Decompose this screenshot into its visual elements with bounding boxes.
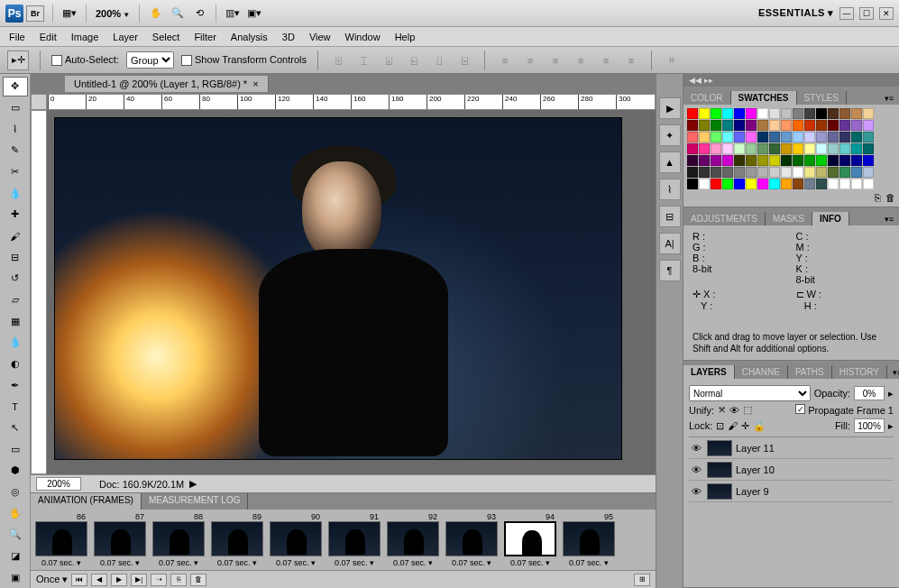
close-tab-icon[interactable]: × xyxy=(252,78,258,89)
swatch[interactable] xyxy=(711,155,721,166)
3d-camera-tool[interactable]: ◎ xyxy=(3,482,28,502)
swatch[interactable] xyxy=(711,179,721,189)
swatch[interactable] xyxy=(839,167,850,178)
swatch[interactable] xyxy=(839,120,850,131)
swatch[interactable] xyxy=(863,179,874,189)
hand-tool[interactable]: ✋ xyxy=(3,503,28,523)
swatch[interactable] xyxy=(734,179,745,189)
animation-frame[interactable]: 870.07 sec. ▾ xyxy=(92,512,148,567)
healing-tool[interactable]: ✚ xyxy=(3,205,28,225)
swatch[interactable] xyxy=(711,120,721,131)
swatch[interactable] xyxy=(699,179,710,189)
frame-thumb[interactable] xyxy=(211,521,263,556)
swatch[interactable] xyxy=(746,167,757,178)
swatch[interactable] xyxy=(863,120,874,131)
path-select-tool[interactable]: ↖ xyxy=(3,418,28,438)
tab-animation-frames[interactable]: ANIMATION (FRAMES) xyxy=(31,493,142,510)
swatch[interactable] xyxy=(722,143,733,154)
swatch[interactable] xyxy=(851,120,862,131)
layer-name[interactable]: Layer 11 xyxy=(736,443,775,454)
swatch[interactable] xyxy=(699,167,710,178)
delete-swatch-icon[interactable]: 🗑 xyxy=(885,192,895,203)
swatch[interactable] xyxy=(828,167,839,178)
clone-dock-icon[interactable]: ⊟ xyxy=(659,206,681,227)
swatch[interactable] xyxy=(816,179,827,189)
animation-frame[interactable]: 920.07 sec. ▾ xyxy=(385,512,441,567)
swatch[interactable] xyxy=(828,120,839,131)
swatch[interactable] xyxy=(839,179,850,189)
swatch[interactable] xyxy=(816,108,827,119)
swatch[interactable] xyxy=(828,132,839,142)
panel-menu-icon[interactable]: ▾≡ xyxy=(879,92,899,105)
play-button[interactable]: ▶ xyxy=(111,574,127,586)
swatch[interactable] xyxy=(863,143,874,154)
swatch[interactable] xyxy=(781,155,792,166)
frame-thumb[interactable] xyxy=(152,521,205,556)
swatch[interactable] xyxy=(804,132,815,142)
swatch[interactable] xyxy=(769,120,780,131)
layer-row[interactable]: 👁Layer 9 xyxy=(689,481,894,502)
swatch[interactable] xyxy=(769,155,780,166)
blur-tool[interactable]: 💧 xyxy=(3,333,28,353)
menu-layer[interactable]: Layer xyxy=(113,32,138,42)
arrange-docs-icon[interactable]: ▥▾ xyxy=(224,5,242,23)
duplicate-frame-button[interactable]: ⎘ xyxy=(170,574,187,586)
frame-delay[interactable]: 0.07 sec. ▾ xyxy=(100,558,140,567)
move-tool-preset-icon[interactable]: ▸✛ xyxy=(7,51,29,70)
layer-thumb[interactable] xyxy=(707,462,732,478)
brush-dock-icon[interactable]: ⌇ xyxy=(659,179,681,200)
swatch[interactable] xyxy=(828,108,839,119)
layer-row[interactable]: 👁Layer 11 xyxy=(689,437,894,459)
swatch[interactable] xyxy=(828,155,839,166)
swatch[interactable] xyxy=(687,167,698,178)
swatch[interactable] xyxy=(851,108,862,119)
swatch[interactable] xyxy=(746,155,757,166)
swatch[interactable] xyxy=(804,143,815,154)
visibility-eye-icon[interactable]: 👁 xyxy=(689,443,703,454)
visibility-eye-icon[interactable]: 👁 xyxy=(689,486,703,497)
tab-layers[interactable]: LAYERS xyxy=(683,365,735,379)
swatch[interactable] xyxy=(769,143,780,154)
document-tab[interactable]: Untitled-1 @ 200% (Layer 1, RGB/8#) * × xyxy=(65,76,269,92)
menu-filter[interactable]: Filter xyxy=(194,32,216,42)
swatch[interactable] xyxy=(687,108,698,119)
swatch[interactable] xyxy=(793,132,803,142)
tab-masks[interactable]: MASKS xyxy=(766,212,812,225)
fg-bg-swatch[interactable]: ◪ xyxy=(3,547,28,566)
first-frame-button[interactable]: ⏮ xyxy=(71,574,87,586)
fill-arrow-icon[interactable]: ▸ xyxy=(888,420,894,432)
lock-image-icon[interactable]: 🖌 xyxy=(728,420,738,431)
lasso-tool[interactable]: ⌇ xyxy=(3,119,28,139)
swatch[interactable] xyxy=(851,179,862,189)
tween-button[interactable]: ⇢ xyxy=(151,574,167,586)
swatch[interactable] xyxy=(781,167,792,178)
swatch[interactable] xyxy=(699,155,710,166)
swatch[interactable] xyxy=(769,132,780,142)
layer-row[interactable]: 👁Layer 10 xyxy=(689,459,894,481)
menu-edit[interactable]: Edit xyxy=(40,32,57,42)
frame-delay[interactable]: 0.07 sec. ▾ xyxy=(569,558,609,567)
swatch[interactable] xyxy=(722,108,733,119)
eraser-tool[interactable]: ▱ xyxy=(3,290,28,310)
ruler-horizontal[interactable]: 0204060801001201401601802002202402602803… xyxy=(47,94,656,110)
swatch[interactable] xyxy=(793,155,803,166)
ruler-origin[interactable] xyxy=(31,94,47,110)
close-button[interactable]: ✕ xyxy=(879,7,894,20)
animation-frame[interactable]: 930.07 sec. ▾ xyxy=(444,512,500,567)
swatch[interactable] xyxy=(804,179,815,189)
opacity-arrow-icon[interactable]: ▸ xyxy=(888,388,894,400)
swatch[interactable] xyxy=(793,167,803,178)
swatch[interactable] xyxy=(804,167,815,178)
frame-thumb[interactable] xyxy=(387,521,439,556)
zoom-tool[interactable]: 🔍 xyxy=(3,525,28,545)
animation-frame[interactable]: 890.07 sec. ▾ xyxy=(209,512,265,567)
hand-tool-icon[interactable]: ✋ xyxy=(147,5,165,23)
tab-info[interactable]: INFO xyxy=(812,212,849,225)
swatch[interactable] xyxy=(711,167,721,178)
dodge-tool[interactable]: ◐ xyxy=(3,354,28,374)
unify-visibility-icon[interactable]: 👁 xyxy=(729,405,739,416)
menu-image[interactable]: Image xyxy=(71,32,99,42)
marquee-tool[interactable]: ▭ xyxy=(3,98,28,118)
timeline-mode-button[interactable]: ⊞ xyxy=(634,574,650,586)
swatch[interactable] xyxy=(746,120,757,131)
